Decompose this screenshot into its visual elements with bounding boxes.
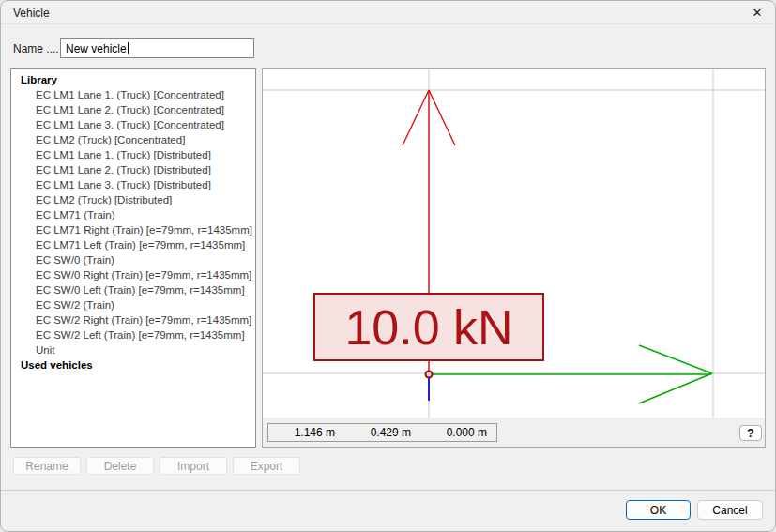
origin-point <box>426 372 433 378</box>
preview-frame: 10.0 kN 1.146 m 0.429 m 0.000 m ? <box>262 68 766 448</box>
name-label: Name .... <box>13 42 59 55</box>
library-item[interactable]: EC SW/2 Right (Train) [e=79mm, r=1435mm] <box>11 312 255 327</box>
coordinate-z: 0.000 m <box>420 426 496 439</box>
delete-button[interactable]: Delete <box>86 457 154 475</box>
library-header[interactable]: Library <box>11 72 255 87</box>
close-icon[interactable]: ✕ <box>743 3 771 23</box>
load-label-text: 10.0 kN <box>344 300 512 355</box>
help-button[interactable]: ? <box>739 425 762 441</box>
footer-separator <box>1 490 775 491</box>
titlebar: Vehicle ✕ <box>1 1 775 24</box>
import-button[interactable]: Import <box>160 457 227 475</box>
library-item[interactable]: EC LM71 (Train) <box>11 207 255 222</box>
ok-button[interactable]: OK <box>626 500 691 520</box>
rename-button[interactable]: Rename <box>13 457 81 475</box>
coordinate-x: 1.146 m <box>268 426 344 439</box>
dialog-title: Vehicle <box>13 7 50 20</box>
name-input-value: New vehicle <box>66 42 127 55</box>
library-panel[interactable]: Library EC LM1 Lane 1. (Truck) [Concentr… <box>10 68 256 448</box>
library-item[interactable]: EC LM1 Lane 2. (Truck) [Concentrated] <box>11 102 255 117</box>
library-item[interactable]: EC LM71 Right (Train) [e=79mm, r=1435mm] <box>11 222 255 237</box>
cancel-button[interactable]: Cancel <box>697 500 763 520</box>
name-input[interactable]: New vehicle <box>60 38 254 58</box>
force-arrow-barb-right <box>429 90 455 145</box>
direction-arrow-barb-bottom <box>639 373 712 403</box>
direction-arrow-barb-top <box>639 345 712 373</box>
vehicle-preview-canvas[interactable]: 10.0 kN <box>263 69 765 418</box>
coordinate-y: 0.429 m <box>344 426 420 439</box>
library-list: EC LM1 Lane 1. (Truck) [Concentrated]EC … <box>11 87 255 357</box>
library-item[interactable]: EC SW/2 (Train) <box>11 297 255 312</box>
library-item[interactable]: EC SW/0 Right (Train) [e=79mm, r=1435mm] <box>11 267 255 282</box>
library-item[interactable]: EC LM71 Left (Train) [e=79mm, r=1435mm] <box>11 237 255 252</box>
used-vehicles-header[interactable]: Used vehicles <box>11 357 255 372</box>
library-item[interactable]: EC SW/0 (Train) <box>11 252 255 267</box>
library-item[interactable]: EC LM1 Lane 1. (Truck) [Concentrated] <box>11 87 255 102</box>
force-arrow-barb-left <box>403 90 429 145</box>
library-item[interactable]: EC LM1 Lane 1. (Truck) [Distributed] <box>11 147 255 162</box>
text-caret <box>128 42 129 54</box>
library-item[interactable]: Unit <box>11 342 255 357</box>
vehicle-dialog: Vehicle ✕ Name .... New vehicle Library … <box>0 0 776 532</box>
coordinate-readout: 1.146 m 0.429 m 0.000 m <box>267 423 497 442</box>
library-item[interactable]: EC LM2 (Truck) [Concentrated] <box>11 132 255 147</box>
library-item[interactable]: EC SW/2 Left (Train) [e=79mm, r=1435mm] <box>11 327 255 342</box>
library-item[interactable]: EC LM1 Lane 3. (Truck) [Distributed] <box>11 177 255 192</box>
library-item[interactable]: EC LM1 Lane 2. (Truck) [Distributed] <box>11 162 255 177</box>
library-item[interactable]: EC LM2 (Truck) [Distributed] <box>11 192 255 207</box>
export-button[interactable]: Export <box>233 457 300 475</box>
preview-drawing: 10.0 kN <box>263 69 765 418</box>
library-item[interactable]: EC LM1 Lane 3. (Truck) [Concentrated] <box>11 117 255 132</box>
library-item[interactable]: EC SW/0 Left (Train) [e=79mm, r=1435mm] <box>11 282 255 297</box>
